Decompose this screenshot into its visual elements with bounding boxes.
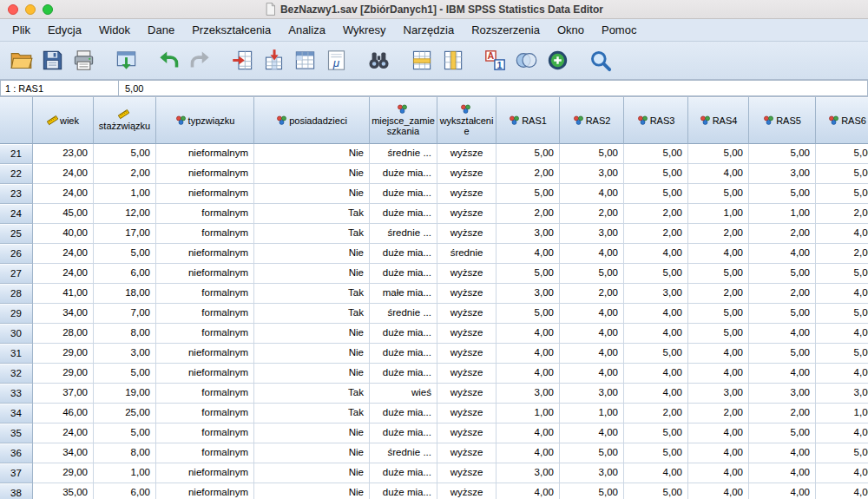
cell-miejsce_zamieszkania[interactable]: wieś	[370, 384, 437, 404]
cell-ras6[interactable]: 4,00	[816, 284, 868, 304]
cell-posiadadzieci[interactable]: Nie	[254, 443, 370, 463]
cell-ras3[interactable]: 5,00	[624, 264, 688, 284]
cell-ras6[interactable]: 4,00	[816, 364, 868, 384]
cell-typzwiazku[interactable]: formalnym	[156, 204, 254, 224]
menu-narzedzia[interactable]: Narzędzia	[395, 19, 464, 41]
row-number[interactable]: 35	[0, 423, 33, 443]
cell-stazzwiazku[interactable]: 6,00	[94, 483, 156, 499]
column-header-ras6[interactable]: RAS6	[816, 97, 868, 144]
row-number[interactable]: 22	[0, 164, 33, 184]
menu-edycja[interactable]: Edycja	[39, 19, 90, 41]
cell-posiadadzieci[interactable]: Nie	[254, 244, 370, 264]
cell-posiadadzieci[interactable]: Nie	[254, 483, 370, 499]
cell-ras3[interactable]: 4,00	[624, 304, 688, 324]
redo-button[interactable]	[184, 45, 215, 76]
cell-stazzwiazku[interactable]: 19,00	[94, 384, 156, 404]
menu-analiza[interactable]: Analiza	[279, 19, 334, 41]
cell-wiek[interactable]: 45,00	[33, 204, 94, 224]
cell-ras1[interactable]: 4,00	[496, 364, 560, 384]
cell-ras4[interactable]: 4,00	[688, 244, 749, 264]
cell-ras5[interactable]: 2,00	[749, 224, 816, 244]
menu-przeksztacenia[interactable]: Przekształcenia	[183, 19, 279, 41]
cell-ras5[interactable]: 5,00	[749, 344, 816, 364]
descriptive-statistics-button[interactable]	[320, 45, 352, 76]
cell-posiadadzieci[interactable]: Nie	[254, 264, 370, 284]
cell-wyksztalcenie[interactable]: wyższe	[437, 384, 496, 404]
cell-wyksztalcenie[interactable]: wyższe	[437, 344, 496, 364]
cell-stazzwiazku[interactable]: 8,00	[94, 443, 156, 463]
cell-typzwiazku[interactable]: formalnym	[156, 304, 254, 324]
cell-ras4[interactable]: 4,00	[688, 463, 749, 483]
cell-ras5[interactable]: 3,00	[749, 164, 816, 184]
cell-wiek[interactable]: 29,00	[33, 463, 94, 483]
cell-posiadadzieci[interactable]: Nie	[254, 344, 370, 364]
show-all-variables-button[interactable]	[542, 45, 573, 76]
cell-stazzwiazku[interactable]: 8,00	[94, 324, 156, 344]
column-header-ras2[interactable]: RAS2	[560, 97, 624, 144]
cell-wyksztalcenie[interactable]: wyższe	[437, 324, 496, 344]
cell-ras2[interactable]: 4,00	[560, 344, 624, 364]
cell-typzwiazku[interactable]: nieformalnym	[156, 244, 254, 264]
cell-wiek[interactable]: 34,00	[33, 443, 94, 463]
cell-typzwiazku[interactable]: formalnym	[156, 324, 254, 344]
column-header-wyksztalcenie[interactable]: wykształcenie	[437, 97, 496, 144]
cell-ras5[interactable]: 5,00	[749, 304, 816, 324]
row-number[interactable]: 28	[0, 284, 33, 304]
cell-posiadadzieci[interactable]: Nie	[254, 144, 370, 164]
cell-miejsce_zamieszkania[interactable]: duże mia...	[370, 264, 437, 284]
cell-ras2[interactable]: 1,00	[560, 404, 624, 423]
cell-ras5[interactable]: 2,00	[749, 284, 816, 304]
cell-miejsce_zamieszkania[interactable]: duże mia...	[370, 324, 437, 344]
cell-wiek[interactable]: 34,00	[33, 304, 94, 324]
cell-ras1[interactable]: 4,00	[496, 344, 560, 364]
close-button[interactable]	[8, 4, 18, 15]
column-header-posiadadzieci[interactable]: posiadadzieci	[254, 97, 370, 144]
cell-wiek[interactable]: 29,00	[33, 364, 94, 384]
cell-wiek[interactable]: 24,00	[33, 244, 94, 264]
cell-wiek[interactable]: 23,00	[33, 144, 94, 164]
find-button[interactable]	[363, 45, 394, 76]
cell-wyksztalcenie[interactable]: wyższe	[437, 264, 496, 284]
cell-typzwiazku[interactable]: formalnym	[156, 284, 254, 304]
menu-plik[interactable]: Plik	[3, 19, 39, 41]
spell-check-button[interactable]	[584, 45, 615, 76]
cell-posiadadzieci[interactable]: Tak	[254, 304, 370, 324]
cell-ras3[interactable]: 3,00	[624, 284, 688, 304]
cell-stazzwiazku[interactable]: 12,00	[94, 204, 156, 224]
menu-okno[interactable]: Okno	[549, 19, 593, 41]
cell-ras1[interactable]: 4,00	[496, 324, 560, 344]
cell-ras2[interactable]: 5,00	[560, 443, 624, 463]
cell-ras6[interactable]: 4,00	[816, 423, 868, 443]
cell-miejsce_zamieszkania[interactable]: duże mia...	[370, 344, 437, 364]
cell-ras5[interactable]: 5,00	[749, 144, 816, 164]
cell-ras4[interactable]: 5,00	[688, 264, 749, 284]
goto-variable-button[interactable]	[258, 45, 289, 76]
cell-ras1[interactable]: 5,00	[496, 304, 560, 324]
variables-button[interactable]	[289, 45, 320, 76]
cell-typzwiazku[interactable]: nieformalnym	[156, 144, 254, 164]
cell-ras2[interactable]: 5,00	[560, 264, 624, 284]
cell-ras5[interactable]: 1,00	[749, 204, 816, 224]
cell-posiadadzieci[interactable]: Nie	[254, 463, 370, 483]
cell-stazzwiazku[interactable]: 5,00	[94, 423, 156, 443]
cell-wiek[interactable]: 35,00	[33, 483, 94, 499]
open-data-button[interactable]	[5, 45, 36, 76]
cell-ras3[interactable]: 4,00	[624, 364, 688, 384]
cell-ras6[interactable]: 1,00	[816, 404, 868, 423]
cell-editor-field[interactable]: 5,00	[119, 80, 868, 96]
column-header-ras5[interactable]: RAS5	[749, 97, 816, 144]
cell-wiek[interactable]: 28,00	[33, 324, 94, 344]
menu-dane[interactable]: Dane	[139, 19, 183, 41]
cell-ras6[interactable]: 3,00	[816, 384, 868, 404]
cell-ras4[interactable]: 4,00	[688, 443, 749, 463]
cell-posiadadzieci[interactable]: Tak	[254, 284, 370, 304]
cell-ras2[interactable]: 4,00	[560, 324, 624, 344]
cell-ras3[interactable]: 5,00	[624, 483, 688, 499]
cell-typzwiazku[interactable]: formalnym	[156, 404, 254, 423]
cell-ras4[interactable]: 2,00	[688, 284, 749, 304]
goto-case-button[interactable]	[227, 45, 258, 76]
cell-typzwiazku[interactable]: nieformalnym	[156, 264, 254, 284]
cell-ras5[interactable]: 4,00	[749, 483, 816, 499]
cell-ras4[interactable]: 4,00	[688, 164, 749, 184]
cell-ras5[interactable]: 2,00	[749, 404, 816, 423]
